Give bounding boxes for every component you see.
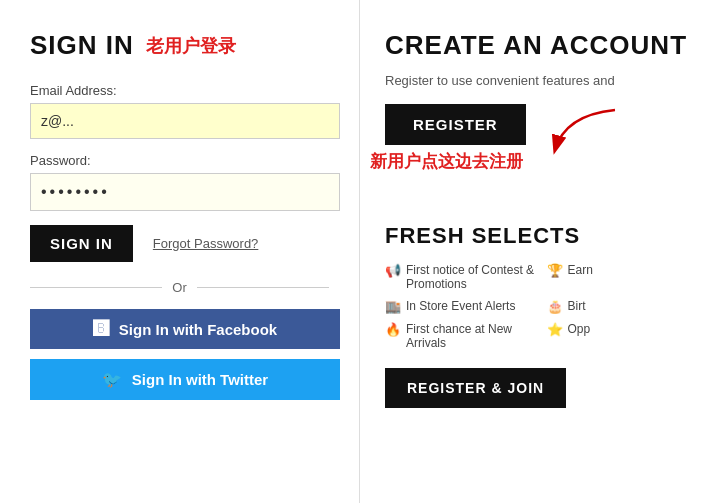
signin-row: SIGN IN Forgot Password?	[30, 225, 329, 262]
store-icon: 🏬	[385, 299, 401, 314]
signin-panel: SIGN IN 老用户登录 Email Address: Password: S…	[0, 0, 360, 503]
register-button[interactable]: REGISTER	[385, 104, 526, 145]
benefit-item-1: 📢 First notice of Contest & Promotions	[385, 263, 537, 291]
fire-icon: 🔥	[385, 322, 401, 337]
benefit-text-4: Birt	[568, 299, 586, 313]
benefit-text-5: First chance at New Arrivals	[406, 322, 537, 350]
earn-icon: 🏆	[547, 263, 563, 278]
benefit-item-3: 🏬 In Store Event Alerts	[385, 299, 537, 314]
signin-header: SIGN IN 老用户登录	[30, 30, 329, 61]
fresh-selects-section: FRESH SELECTS 📢 First notice of Contest …	[385, 223, 698, 408]
create-account-title: CREATE AN ACCOUNT	[385, 30, 698, 61]
facebook-icon: 🅱	[93, 320, 109, 338]
facebook-button-label: Sign In with Facebook	[119, 321, 277, 338]
twitter-icon: 🐦	[102, 370, 122, 389]
or-divider: Or	[30, 280, 329, 295]
password-field[interactable]	[30, 173, 340, 211]
twitter-button-label: Sign In with Twitter	[132, 371, 268, 388]
signin-title: SIGN IN	[30, 30, 134, 61]
or-text: Or	[172, 280, 186, 295]
star-icon: ⭐	[547, 322, 563, 337]
benefit-item-4: 🎂 Birt	[547, 299, 699, 314]
password-group: Password:	[30, 153, 329, 211]
benefit-text-1: First notice of Contest & Promotions	[406, 263, 537, 291]
register-join-button[interactable]: REGISTER & JOIN	[385, 368, 566, 408]
create-account-panel: CREATE AN ACCOUNT Register to use conven…	[360, 0, 723, 503]
benefit-item-2: 🏆 Earn	[547, 263, 699, 291]
facebook-signin-button[interactable]: 🅱 Sign In with Facebook	[30, 309, 340, 349]
benefit-item-6: ⭐ Opp	[547, 322, 699, 350]
email-field[interactable]	[30, 103, 340, 139]
megaphone-icon: 📢	[385, 263, 401, 278]
benefit-text-3: In Store Event Alerts	[406, 299, 515, 313]
email-label: Email Address:	[30, 83, 329, 98]
signin-button[interactable]: SIGN IN	[30, 225, 133, 262]
red-arrow-annotation	[545, 105, 625, 160]
chinese-register-label: 新用户点这边去注册	[370, 150, 523, 173]
register-description: Register to use convenient features and	[385, 73, 698, 88]
benefit-text-6: Opp	[568, 322, 591, 336]
password-label: Password:	[30, 153, 329, 168]
forgot-password-link[interactable]: Forgot Password?	[153, 236, 259, 251]
benefits-grid: 📢 First notice of Contest & Promotions 🏆…	[385, 263, 698, 350]
birthday-icon: 🎂	[547, 299, 563, 314]
benefit-text-2: Earn	[568, 263, 593, 277]
email-group: Email Address:	[30, 83, 329, 139]
chinese-signin-label: 老用户登录	[146, 34, 236, 58]
fresh-selects-title: FRESH SELECTS	[385, 223, 698, 249]
benefit-item-5: 🔥 First chance at New Arrivals	[385, 322, 537, 350]
twitter-signin-button[interactable]: 🐦 Sign In with Twitter	[30, 359, 340, 400]
